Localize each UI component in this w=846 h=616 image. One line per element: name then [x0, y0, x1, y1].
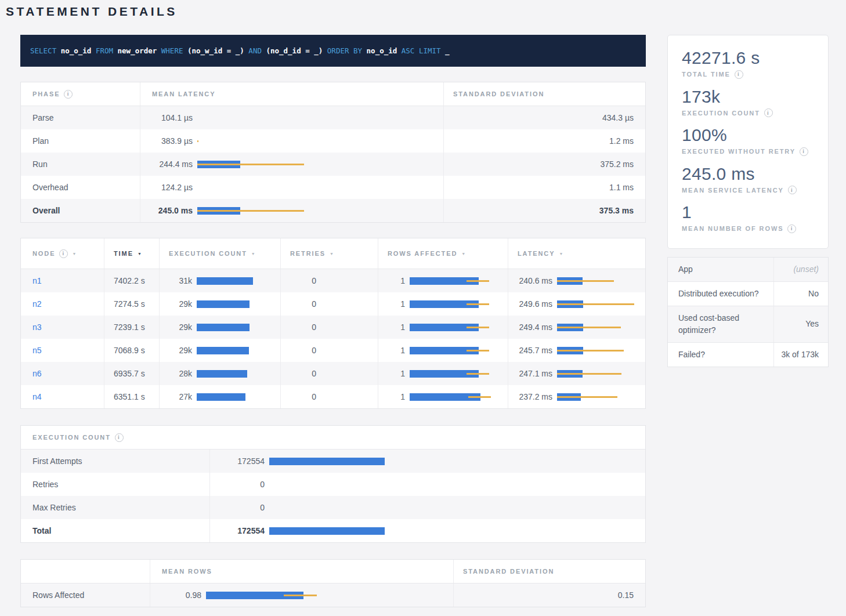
- latency: 245.7 ms: [518, 346, 642, 355]
- mean-rows-header-label: MEAN ROWS: [162, 568, 212, 575]
- column-header-retries[interactable]: RETRIES: [280, 238, 378, 269]
- rows-affected: 1: [388, 299, 504, 309]
- info-icon[interactable]: [115, 433, 124, 442]
- execution-count-row-label: First Attempts: [21, 450, 209, 473]
- stddev-cell: 1.1 ms: [443, 176, 645, 199]
- mean-latency: 383.9 µs: [152, 136, 440, 146]
- sql-token-kw: ASC: [402, 46, 415, 55]
- execution-count-row: Retries0: [21, 473, 645, 496]
- column-header-latency[interactable]: LATENCY: [508, 238, 645, 269]
- retries: 0: [290, 276, 368, 285]
- node-link[interactable]: n1: [32, 276, 42, 285]
- summary-value: 100%: [682, 125, 814, 146]
- column-header-node[interactable]: NODE: [21, 238, 104, 269]
- rows-affected-cell: 1: [378, 292, 508, 316]
- time-cell: 6351.1 s: [104, 385, 159, 408]
- bar-value: 31k: [169, 276, 192, 285]
- info-icon[interactable]: [64, 90, 73, 99]
- phase-row: Overhead124.2 µs1.1 ms: [21, 176, 645, 199]
- retries: 0: [290, 323, 368, 332]
- summary-value: 42271.6 s: [682, 48, 814, 68]
- bar-value: 245.0 ms: [152, 206, 193, 215]
- node-row: n66935.7 s28k01247.1 ms: [21, 362, 645, 385]
- execution-count: 27k: [169, 392, 277, 401]
- statement-details-panel: App(unset)Distributed execution?NoUsed c…: [667, 257, 829, 367]
- execution-count-row: Total172554: [21, 519, 645, 542]
- stddev-line: [467, 373, 489, 375]
- bar-value: 29k: [169, 346, 192, 355]
- details-value: No: [773, 282, 828, 306]
- stddev-line: [197, 210, 304, 212]
- node-cell: n5: [21, 339, 104, 362]
- rows-affected: 1: [388, 392, 504, 401]
- retries: 0: [290, 392, 368, 401]
- mean-latency-cell: 124.2 µs: [140, 176, 443, 199]
- node-cell: n6: [21, 362, 104, 385]
- bar-value: 0: [290, 392, 316, 401]
- node-cell: n4: [21, 385, 104, 408]
- bar-value: 1: [388, 276, 405, 285]
- mean-latency-cell: 383.9 µs: [140, 129, 443, 153]
- statement-details-page: STATEMENT DETAILS SELECT no_o_id FROM ne…: [0, 0, 846, 616]
- mean-rows-cell: 0.98: [150, 584, 453, 607]
- execution-count-title: EXECUTION COUNT: [32, 434, 111, 441]
- execution-count-title-cell: EXECUTION COUNT: [21, 426, 645, 449]
- node-row: n57068.9 s29k01245.7 ms: [21, 339, 645, 362]
- stddev-column-header: STANDARD DEVIATION: [443, 82, 645, 106]
- execution-count-value: 0: [219, 503, 642, 512]
- execution-count-row: First Attempts172554: [21, 450, 645, 473]
- mean-bar: [269, 527, 385, 535]
- node-link[interactable]: n6: [32, 369, 42, 378]
- execution-count-cell: 29k: [159, 316, 280, 339]
- latency: 237.2 ms: [518, 392, 642, 401]
- stddev-line: [467, 303, 489, 305]
- stddev-line: [467, 327, 489, 328]
- node-link[interactable]: n2: [32, 299, 42, 309]
- rows-affected: 1: [388, 323, 504, 332]
- summary-item: 1MEAN NUMBER OF ROWS: [682, 202, 814, 233]
- execution-count-value: 172554: [219, 526, 642, 535]
- details-value: Yes: [773, 306, 828, 342]
- execution-count-row-label: Total: [21, 519, 209, 542]
- retries-cell: 0: [280, 316, 378, 339]
- info-icon[interactable]: [735, 70, 743, 79]
- sql-statement-box: SELECT no_o_id FROM new_order WHERE (no_…: [20, 35, 646, 67]
- bar-value: 249.4 ms: [518, 323, 552, 332]
- bar-value: 383.9 µs: [152, 136, 193, 146]
- bar-value: 0: [290, 369, 316, 378]
- phase-label: Overhead: [21, 176, 140, 199]
- details-row: Distributed execution?No: [668, 281, 828, 306]
- node-row: n27274.5 s29k01249.6 ms: [21, 292, 645, 316]
- info-icon[interactable]: [787, 224, 796, 233]
- bar-value: 244.4 ms: [152, 160, 193, 169]
- sort-arrow-icon: [251, 252, 256, 256]
- stddev-line: [557, 350, 624, 352]
- sql-token-kw: FROM: [96, 46, 113, 55]
- info-icon[interactable]: [800, 147, 808, 156]
- bar-track: [410, 277, 504, 285]
- column-header-rows-affected[interactable]: ROWS AFFECTED: [378, 238, 508, 269]
- bar-value: 0: [219, 480, 265, 489]
- bar-value: 1: [388, 346, 405, 355]
- sql-token-kw: SELECT: [30, 46, 56, 55]
- info-icon[interactable]: [59, 249, 68, 258]
- execution-count-row-label: Retries: [21, 473, 209, 496]
- bar-track: [197, 277, 277, 285]
- main-column: SELECT no_o_id FROM new_order WHERE (no_…: [20, 35, 646, 607]
- node-link[interactable]: n5: [32, 346, 42, 355]
- node-link[interactable]: n4: [32, 392, 42, 401]
- column-header-time[interactable]: TIME: [104, 238, 159, 269]
- retries: 0: [290, 346, 368, 355]
- info-icon[interactable]: [788, 186, 797, 194]
- mean-bar: [197, 277, 253, 285]
- retries-cell: 0: [280, 292, 378, 316]
- info-icon[interactable]: [764, 108, 773, 117]
- node-table-header: NODETIMEEXECUTION COUNTRETRIESROWS AFFEC…: [21, 238, 645, 269]
- bar-value: 28k: [169, 369, 192, 378]
- node-row: n37239.1 s29k01249.4 ms: [21, 316, 645, 339]
- execution-count-table-body: First Attempts172554Retries0Max Retries0…: [21, 450, 645, 542]
- bar-track: [197, 300, 277, 309]
- bar-value: 0.98: [162, 590, 201, 600]
- column-header-execution-count[interactable]: EXECUTION COUNT: [159, 238, 280, 269]
- node-link[interactable]: n3: [32, 323, 42, 332]
